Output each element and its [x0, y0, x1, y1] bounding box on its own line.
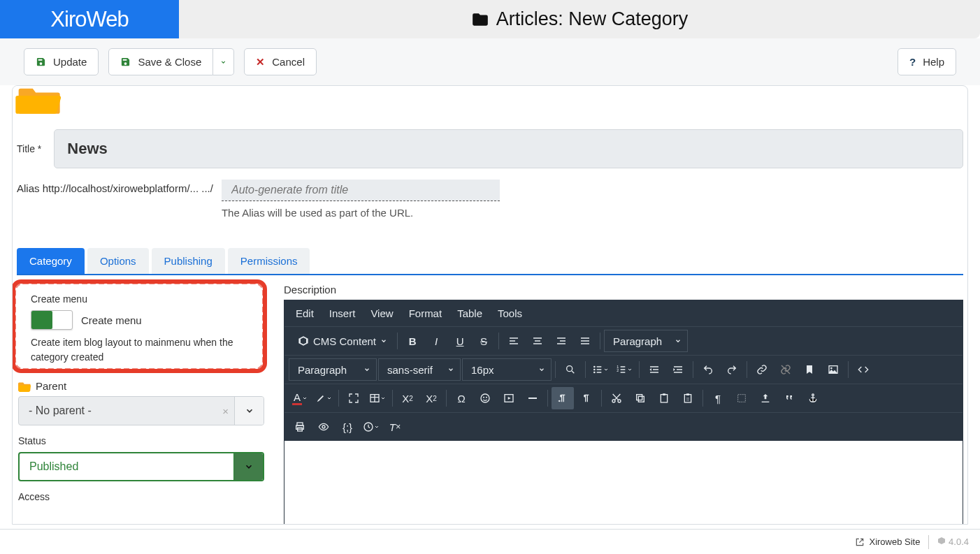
font-family-dropdown[interactable]: sans-serif	[378, 358, 461, 381]
tab-options[interactable]: Options	[87, 248, 149, 274]
page-title: Articles: New Category	[496, 8, 689, 30]
anchor-button[interactable]	[802, 387, 824, 409]
cancel-button[interactable]: ✕ Cancel	[244, 48, 317, 75]
align-justify-button[interactable]	[574, 330, 596, 352]
align-left-button[interactable]	[503, 330, 525, 352]
unlink-button[interactable]	[774, 358, 797, 381]
subscript-button[interactable]: X2	[396, 387, 419, 409]
access-field: Access	[18, 491, 264, 502]
svg-point-4	[593, 372, 596, 374]
create-menu-toggle[interactable]	[31, 310, 73, 330]
media-button[interactable]	[498, 387, 520, 409]
title-row: Title * News	[17, 129, 963, 168]
print-button[interactable]	[289, 416, 311, 438]
emoji-button[interactable]	[474, 387, 496, 409]
indent-button[interactable]	[667, 358, 689, 381]
save-close-button[interactable]: Save & Close	[108, 48, 213, 75]
search-button[interactable]	[559, 358, 582, 381]
editor-content[interactable]	[284, 441, 963, 525]
clear-format-button[interactable]: T×	[384, 416, 406, 438]
save-close-label: Save & Close	[138, 56, 201, 68]
paste-button[interactable]	[653, 387, 675, 409]
bookmark-button[interactable]	[798, 358, 821, 381]
cut-button[interactable]	[605, 387, 628, 409]
bullet-list-button[interactable]	[589, 358, 612, 381]
svg-point-3	[593, 369, 596, 371]
clear-icon[interactable]: ×	[217, 405, 234, 417]
font-size-dropdown[interactable]: 16px	[462, 358, 552, 381]
alias-input[interactable]	[222, 180, 500, 201]
undo-button[interactable]	[697, 358, 719, 381]
outdent-button[interactable]	[643, 358, 665, 381]
help-button[interactable]: ? Help	[898, 48, 956, 75]
menu-insert[interactable]: Insert	[329, 307, 356, 319]
paste-text-button[interactable]	[677, 387, 699, 409]
cms-content-dropdown[interactable]: CMS Content	[289, 330, 394, 352]
form-card: Title * News Alias http://localhost/xiro…	[12, 85, 968, 525]
hr-button[interactable]	[521, 387, 544, 409]
select-all-button[interactable]	[730, 387, 753, 409]
tab-category[interactable]: Category	[17, 248, 85, 274]
code-sample-button[interactable]: {;}	[336, 416, 359, 438]
status-select[interactable]: Published	[18, 452, 264, 481]
folder-icon	[471, 10, 489, 29]
image-button[interactable]	[822, 358, 844, 381]
source-button[interactable]	[852, 358, 874, 381]
folder-small-icon	[18, 381, 31, 392]
block-format2-dropdown[interactable]: Paragraph	[289, 358, 377, 381]
chevron-down-icon[interactable]	[233, 453, 263, 480]
align-center-button[interactable]	[526, 330, 549, 352]
menu-format[interactable]: Format	[409, 307, 442, 319]
menu-edit[interactable]: Edit	[296, 307, 314, 319]
paragraph-button[interactable]: ¶	[707, 387, 729, 409]
alias-label: Alias http://localhost/xirowebplatform/.…	[17, 180, 213, 194]
fullscreen-button[interactable]	[343, 387, 365, 409]
parent-select[interactable]: - No parent - ×	[18, 396, 264, 425]
title-input[interactable]: News	[54, 129, 963, 168]
redo-button[interactable]	[721, 358, 743, 381]
editor-toolbar-3: A X2 X2 Ω	[284, 384, 963, 412]
blockquote-button[interactable]	[778, 387, 800, 409]
upload-button[interactable]	[754, 387, 777, 409]
brand-logo[interactable]: XiroWeb	[0, 0, 179, 38]
highlight-button[interactable]	[312, 387, 335, 409]
menu-tools[interactable]: Tools	[498, 307, 522, 319]
text-color-button[interactable]: A	[289, 387, 311, 409]
menu-view[interactable]: View	[370, 307, 393, 319]
update-button[interactable]: Update	[24, 48, 99, 75]
link-button[interactable]	[751, 358, 773, 381]
block-format-dropdown[interactable]: Paragraph	[604, 330, 688, 352]
chevron-down-icon[interactable]	[234, 397, 264, 425]
parent-field: Parent - No parent - ×	[18, 380, 264, 425]
version-label: 4.0.4	[937, 537, 969, 547]
svg-point-12	[486, 397, 487, 398]
svg-point-11	[483, 397, 484, 398]
help-label: Help	[923, 56, 944, 68]
special-char-button[interactable]: Ω	[450, 387, 473, 409]
superscript-button[interactable]: X2	[420, 387, 442, 409]
access-label: Access	[18, 491, 264, 502]
parent-label: Parent	[36, 380, 66, 392]
tab-permissions[interactable]: Permissions	[228, 248, 310, 274]
top-header: XiroWeb Articles: New Category	[0, 0, 980, 38]
table-button[interactable]	[366, 387, 389, 409]
left-column: Create menu Create menu Create item blog…	[17, 284, 264, 525]
rtl-button[interactable]	[575, 387, 598, 409]
align-right-button[interactable]	[550, 330, 572, 352]
ltr-button[interactable]	[552, 387, 574, 409]
italic-button[interactable]: I	[425, 330, 447, 352]
save-icon	[120, 57, 131, 67]
preview-button[interactable]	[312, 416, 335, 438]
underline-button[interactable]: U	[449, 330, 471, 352]
strike-button[interactable]: S	[473, 330, 495, 352]
tab-publishing[interactable]: Publishing	[152, 248, 225, 274]
datetime-button[interactable]	[360, 416, 382, 438]
copy-button[interactable]	[629, 387, 651, 409]
create-menu-desc: Create item blog layout to mainmenu when…	[31, 335, 252, 365]
number-list-button[interactable]: 12	[613, 358, 635, 381]
site-link[interactable]: Xiroweb Site	[855, 537, 920, 547]
bold-button[interactable]: B	[401, 330, 424, 352]
save-close-dropdown[interactable]	[213, 48, 234, 75]
cancel-label: Cancel	[272, 56, 305, 68]
menu-table[interactable]: Table	[457, 307, 482, 319]
